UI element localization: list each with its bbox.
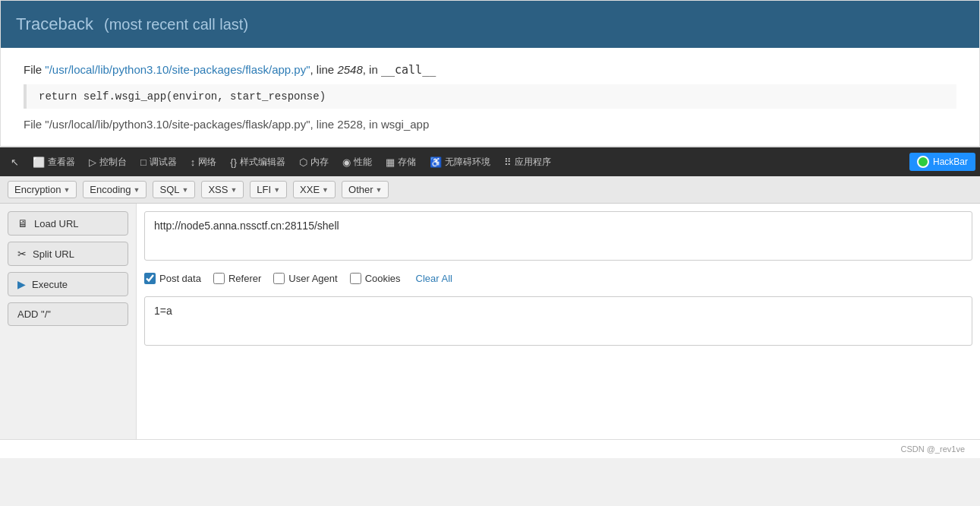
devtools-memory[interactable]: ⬡ 内存	[293, 153, 335, 172]
hackbar-main-panel: Post data Referer User Agent Cookies Cle…	[137, 204, 980, 439]
hackbar-buttons-panel: 🖥 Load URL ✂ Split URL ▶ Execute ADD "/"	[0, 204, 137, 439]
cookies-checkbox[interactable]	[350, 273, 361, 284]
console-icon: ▷	[89, 157, 96, 168]
split-url-icon: ✂	[17, 248, 27, 260]
xss-arrow: ▼	[230, 186, 237, 194]
xxe-label: XXE	[300, 184, 320, 195]
referer-label: Referer	[228, 273, 261, 284]
xss-label: XSS	[208, 184, 228, 195]
url-input[interactable]	[144, 211, 972, 261]
hackbar-toolbar: Encryption ▼ Encoding ▼ SQL ▼ XSS ▼ LFI …	[0, 176, 980, 204]
devtools-inspector[interactable]: ⬜ 查看器	[27, 153, 81, 172]
storage-icon: ▦	[386, 157, 395, 168]
referer-option[interactable]: Referer	[213, 273, 261, 284]
traceback-file1: File "/usr/local/lib/python3.10/site-pac…	[24, 63, 956, 77]
devtools-storage[interactable]: ▦ 存储	[380, 153, 422, 172]
devtools-bar: ↖ ⬜ 查看器 ▷ 控制台 □ 调试器 ↕ 网络 {} 样式编辑器 ⬡ 内存 ◉…	[0, 147, 980, 176]
execute-label: Execute	[32, 279, 68, 290]
traceback-body: File "/usr/local/lib/python3.10/site-pac…	[1, 48, 979, 147]
xxe-dropdown[interactable]: XXE ▼	[293, 181, 336, 198]
traceback-title: Traceback	[16, 14, 93, 33]
user-agent-option[interactable]: User Agent	[273, 273, 337, 284]
execute-icon: ▶	[17, 278, 26, 290]
encryption-label: Encryption	[14, 184, 61, 195]
add-slash-label: ADD "/"	[17, 308, 51, 320]
load-url-icon: 🖥	[17, 217, 28, 229]
traceback-file2: File "/usr/local/lib/python3.10/site-pac…	[24, 118, 956, 131]
encoding-dropdown[interactable]: Encoding ▼	[83, 181, 147, 198]
style-editor-icon: {}	[230, 157, 237, 168]
hackbar-icon	[917, 156, 929, 168]
footer: CSDN @_rev1ve	[0, 439, 980, 458]
xxe-arrow: ▼	[322, 186, 329, 194]
inspector-icon: ⬜	[33, 157, 45, 168]
post-data-checkbox[interactable]	[144, 273, 156, 284]
lfi-arrow: ▼	[273, 186, 280, 194]
options-row: Post data Referer User Agent Cookies Cle…	[144, 268, 972, 289]
devtools-console[interactable]: ▷ 控制台	[83, 153, 133, 172]
hackbar-label: HackBar	[933, 157, 968, 167]
lfi-dropdown[interactable]: LFI ▼	[250, 181, 287, 198]
devtools-network[interactable]: ↕ 网络	[184, 153, 223, 172]
other-arrow: ▼	[376, 186, 383, 194]
encoding-label: Encoding	[90, 184, 131, 195]
sql-dropdown[interactable]: SQL ▼	[153, 181, 195, 198]
encryption-arrow: ▼	[63, 186, 70, 194]
cursor-icon: ↖	[11, 157, 19, 168]
load-url-button[interactable]: 🖥 Load URL	[8, 211, 128, 236]
xss-dropdown[interactable]: XSS ▼	[201, 181, 244, 198]
traceback-file-link[interactable]: "/usr/local/lib/python3.10/site-packages…	[45, 63, 310, 76]
encryption-dropdown[interactable]: Encryption ▼	[8, 181, 77, 198]
devtools-style-editor[interactable]: {} 样式编辑器	[224, 153, 291, 172]
encoding-arrow: ▼	[134, 186, 140, 194]
add-slash-button[interactable]: ADD "/"	[8, 302, 128, 326]
sql-label: SQL	[159, 184, 179, 195]
devtools-accessibility[interactable]: ♿ 无障碍环境	[424, 153, 496, 172]
hackbar-button[interactable]: HackBar	[909, 153, 975, 171]
devtools-performance[interactable]: ◉ 性能	[336, 153, 378, 172]
devtools-debugger[interactable]: □ 调试器	[134, 153, 183, 172]
debugger-icon: □	[140, 157, 147, 168]
post-data-input[interactable]	[144, 296, 972, 346]
cookies-label: Cookies	[365, 273, 401, 284]
other-label: Other	[348, 184, 373, 195]
memory-icon: ⬡	[299, 157, 307, 168]
sql-arrow: ▼	[182, 186, 189, 194]
split-url-label: Split URL	[33, 248, 74, 260]
traceback-area: Traceback (most recent call last) File "…	[0, 0, 980, 147]
hackbar-content: 🖥 Load URL ✂ Split URL ▶ Execute ADD "/"…	[0, 204, 980, 439]
footer-credit: CSDN @_rev1ve	[900, 444, 965, 454]
traceback-subtitle: (most recent call last)	[104, 16, 248, 33]
network-icon: ↕	[191, 157, 196, 168]
split-url-button[interactable]: ✂ Split URL	[8, 242, 128, 266]
post-data-label: Post data	[159, 273, 201, 284]
referer-checkbox[interactable]	[213, 273, 225, 284]
execute-button[interactable]: ▶ Execute	[8, 272, 128, 296]
traceback-header: Traceback (most recent call last)	[1, 1, 979, 48]
devtools-application[interactable]: ⠿ 应用程序	[498, 153, 557, 172]
user-agent-label: User Agent	[288, 273, 337, 284]
load-url-label: Load URL	[34, 218, 79, 229]
application-icon: ⠿	[504, 157, 512, 168]
lfi-label: LFI	[257, 184, 271, 195]
performance-icon: ◉	[342, 157, 351, 168]
post-data-option[interactable]: Post data	[144, 273, 201, 284]
traceback-code: return self.wsgi_app(environ, start_resp…	[24, 84, 956, 109]
user-agent-checkbox[interactable]	[273, 273, 285, 284]
cookies-option[interactable]: Cookies	[350, 273, 401, 284]
devtools-cursor[interactable]: ↖	[5, 153, 25, 171]
other-dropdown[interactable]: Other ▼	[342, 181, 389, 198]
clear-all-button[interactable]: Clear All	[416, 273, 452, 284]
accessibility-icon: ♿	[430, 157, 442, 168]
